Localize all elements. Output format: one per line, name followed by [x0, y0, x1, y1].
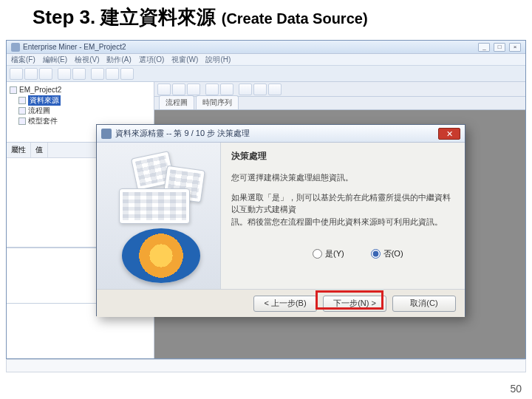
tool-button[interactable] — [10, 68, 23, 80]
close-button[interactable]: × — [509, 43, 521, 52]
back-button[interactable]: < 上一步(B) — [253, 296, 317, 312]
radio-no[interactable]: 否(O) — [371, 248, 403, 259]
canvas-toolbar — [154, 82, 525, 97]
wizard-text-1: 您可選擇建構決策處理組態資訊。 — [231, 171, 454, 184]
radio-yes-input[interactable] — [313, 249, 322, 259]
wizard-graphic — [97, 143, 221, 289]
wizard-dialog: 資料來源精靈 -- 第 9 / 10 步 決策處理 ✕ 決策處理 您可選擇建構決… — [96, 124, 466, 316]
tool-button[interactable] — [39, 68, 52, 80]
canvas-tabs: 流程圖 時間序列 — [154, 97, 525, 110]
canvas-tool-button[interactable] — [220, 83, 233, 95]
menu-bar[interactable]: 檔案(F) 編輯(E) 檢視(V) 動作(A) 選項(O) 視窗(W) 說明(H… — [7, 54, 525, 66]
canvas-tool-button[interactable] — [253, 83, 267, 95]
decor-grid-icon — [119, 188, 190, 224]
wizard-icon — [101, 129, 112, 139]
app-titlebar[interactable]: Enterprise Miner - EM_Project2 _ □ × — [7, 41, 525, 54]
prop-header-value[interactable]: 值 — [31, 143, 48, 157]
page-number: 50 — [510, 383, 522, 395]
canvas-tool-button[interactable] — [239, 83, 252, 95]
wizard-title-text: 資料來源精靈 -- 第 9 / 10 步 決策處理 — [115, 128, 250, 139]
menu-window[interactable]: 視窗(W) — [171, 55, 198, 65]
radio-group: 是(Y) 否(O) — [231, 248, 454, 259]
folder-icon — [18, 97, 26, 104]
wizard-heading: 決策處理 — [231, 150, 454, 163]
folder-icon — [18, 117, 26, 125]
menu-action[interactable]: 動作(A) — [106, 55, 131, 65]
next-button[interactable]: 下一步(N) > — [323, 296, 386, 312]
menu-edit[interactable]: 編輯(E) — [43, 55, 67, 65]
tool-button[interactable] — [106, 68, 119, 80]
menu-view[interactable]: 檢視(V) — [75, 55, 99, 65]
canvas-tool-button[interactable] — [172, 83, 185, 95]
tool-button[interactable] — [58, 68, 71, 80]
canvas-tool-button[interactable] — [187, 83, 200, 95]
toolbar — [7, 66, 525, 82]
title-cjk: 建立資料來源 — [100, 7, 216, 28]
tab-flow[interactable]: 流程圖 — [159, 95, 194, 109]
wizard-titlebar[interactable]: 資料來源精靈 -- 第 9 / 10 步 決策處理 ✕ — [97, 125, 465, 143]
radio-no-input[interactable] — [371, 249, 381, 259]
decor-target-icon — [122, 228, 200, 283]
minimize-button[interactable]: _ — [478, 43, 490, 52]
canvas-tool-button[interactable] — [157, 83, 171, 95]
menu-file[interactable]: 檔案(F) — [11, 55, 35, 65]
app-icon — [11, 43, 20, 52]
wizard-button-row: < 上一步(B) 下一步(N) > 取消(C) — [97, 289, 465, 317]
slide-title: Step 3. 建立資料來源 (Create Data Source) — [0, 0, 532, 33]
tool-button[interactable] — [24, 68, 38, 80]
app-title: Enterprise Miner - EM_Project2 — [23, 43, 126, 51]
wizard-content: 決策處理 您可選擇建構決策處理組態資訊。 如果選取「是」，則可以基於先前在此精靈… — [221, 143, 465, 289]
canvas-tool-button[interactable] — [268, 83, 282, 95]
tab-timeseries[interactable]: 時間序列 — [196, 95, 239, 109]
tree-item-model[interactable]: 模型套件 — [28, 116, 58, 126]
tool-button[interactable] — [72, 68, 86, 80]
tree-item-diagram[interactable]: 流程圖 — [28, 106, 50, 116]
menu-help[interactable]: 說明(H) — [205, 55, 231, 65]
tree-root[interactable]: EM_Project2 — [19, 85, 61, 95]
step-label: Step 3. — [33, 6, 95, 28]
tool-button[interactable] — [91, 68, 104, 80]
tool-button[interactable] — [120, 68, 134, 80]
maximize-button[interactable]: □ — [494, 43, 505, 52]
status-bar — [6, 359, 526, 372]
cancel-button[interactable]: 取消(C) — [392, 296, 456, 312]
folder-icon — [10, 86, 17, 94]
folder-icon — [18, 107, 26, 115]
wizard-text-2: 如果選取「是」，則可以基於先前在此精靈所提供的中繼資料以互動方式建構資 訊。稍後… — [231, 191, 454, 228]
window-buttons: _ □ × — [477, 42, 521, 52]
title-paren: (Create Data Source) — [222, 10, 368, 27]
menu-option[interactable]: 選項(O) — [139, 55, 164, 65]
tree-item-datasource[interactable]: 資料來源 — [28, 95, 61, 106]
radio-yes[interactable]: 是(Y) — [313, 248, 344, 259]
canvas-tool-button[interactable] — [205, 83, 219, 95]
prop-header-name[interactable]: 屬性 — [7, 143, 31, 157]
wizard-close-button[interactable]: ✕ — [438, 128, 460, 140]
